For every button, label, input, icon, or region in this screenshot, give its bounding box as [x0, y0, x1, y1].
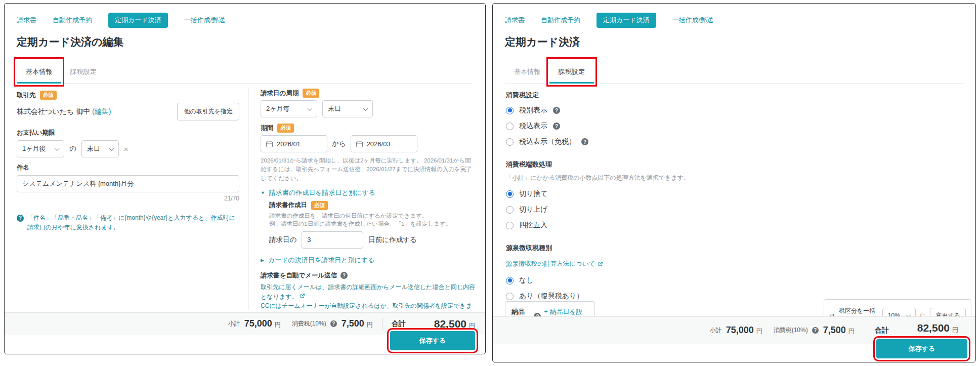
nav-invoices[interactable]: 請求書	[505, 16, 525, 25]
totals-divider	[382, 317, 382, 331]
page-title: 定期カード決済の編集	[17, 35, 123, 49]
radio-round-up[interactable]: 切り上げ	[506, 205, 820, 214]
subtotal-value: 75,000	[726, 325, 754, 336]
section-rounding: 消費税端数処理 「小計」にかかる消費税の小数点以下の処理方法を選択できます。 切…	[506, 160, 820, 230]
save-button[interactable]: 保存する	[876, 339, 967, 358]
client-edit-link[interactable]: (編集)	[92, 107, 111, 115]
creation-date-block: 請求書作成日 必須 請求書の作成日を、請求日の何日前にするか設定できます。 例：…	[269, 201, 475, 249]
radio-round-down[interactable]: 切り捨て	[506, 189, 820, 198]
other-client-button[interactable]: 他の取引先を指定	[177, 103, 239, 120]
chevron-down-icon	[109, 146, 114, 151]
yen-unit: 円	[469, 321, 475, 330]
client-row: 株式会社ついたち 御中 (編集) 他の取引先を指定	[17, 103, 239, 120]
cycle-interval-select[interactable]: 2ヶ月毎	[261, 100, 317, 117]
radio-tax-excluded[interactable]: 税別表示 ?	[506, 106, 820, 115]
nav-bulk-mail[interactable]: 一括作成/郵送	[672, 16, 714, 25]
cycle-day-select[interactable]: 末日	[322, 100, 373, 117]
days-before-value: 3	[307, 236, 311, 243]
external-link-icon[interactable]	[300, 293, 305, 299]
nav-auto-create[interactable]: 自動作成予約	[53, 16, 92, 25]
radio-icon[interactable]	[506, 277, 514, 284]
period-to-value: 2026/03	[367, 140, 391, 148]
chevron-down-icon	[363, 106, 368, 111]
page-title: 定期カード決済	[505, 35, 580, 49]
tab-basic-info[interactable]: 基本情報	[17, 60, 61, 84]
tab-tax-settings[interactable]: 課税設定	[61, 60, 106, 83]
expand-icon: ▶	[261, 258, 264, 263]
subject-label: 件名	[17, 164, 239, 172]
creation-date-toggle[interactable]: ▼ 請求書の作成日を請求日と別にする	[261, 188, 475, 197]
radio-label: 税別表示	[519, 106, 547, 115]
client-label: 取引先 必須	[17, 91, 239, 100]
due-day-value: 末日	[87, 144, 100, 153]
nav-bulk-mail[interactable]: 一括作成/郵送	[184, 16, 226, 25]
due-day-select[interactable]: 末日	[81, 140, 119, 157]
radio-icon[interactable]	[506, 123, 514, 130]
close-icon[interactable]: ×	[124, 145, 129, 153]
cycle-day-value: 末日	[328, 104, 341, 113]
radio-icon[interactable]	[506, 206, 514, 214]
nav-recurring-card[interactable]: 定期カード決済	[108, 13, 168, 28]
placeholder-hint-text: 「件名」「品番・品名」「備考」に{month}や{year}と入力すると、作成時…	[27, 213, 239, 232]
radio-icon[interactable]	[506, 138, 514, 146]
chevron-down-icon	[55, 146, 60, 151]
creation-date-toggle-label: 請求書の作成日を請求日と別にする	[269, 188, 375, 197]
auto-mail-label: 請求書を自動でメール送信 ?	[261, 271, 475, 280]
sub-tabs: 基本情報 課税設定	[505, 60, 963, 84]
nav-auto-create[interactable]: 自動作成予約	[541, 16, 580, 25]
radio-label: 四捨五入	[519, 221, 547, 230]
radio-label: あり（復興税あり）	[519, 292, 583, 301]
radio-icon[interactable]	[506, 190, 514, 198]
radio-tax-included[interactable]: 税込表示 ?	[506, 121, 820, 131]
cycle-interval-value: 2ヶ月毎	[266, 104, 290, 113]
top-nav: 請求書 自動作成予約 定期カード決済 一括作成/郵送	[17, 13, 225, 28]
radio-icon[interactable]	[506, 222, 514, 229]
radio-round-half[interactable]: 四捨五入	[506, 221, 820, 230]
radio-withholding-with-surtax[interactable]: あり（復興税あり）	[506, 292, 820, 301]
client-name-text: 株式会社ついたち 御中	[17, 107, 90, 115]
radio-withholding-none[interactable]: なし	[506, 276, 820, 285]
card-date-toggle[interactable]: ▶ カードの決済日を請求日と別にする	[261, 256, 475, 265]
required-badge: 必須	[311, 201, 328, 210]
subtotal-label: 小計	[710, 326, 722, 335]
tab-basic-info[interactable]: 基本情報	[505, 60, 549, 83]
creation-date-label-text: 請求書作成日	[269, 201, 307, 210]
nav-invoices[interactable]: 請求書	[17, 16, 36, 25]
cycle-label-text: 請求日の周期	[261, 89, 299, 98]
save-button[interactable]: 保存する	[390, 331, 475, 350]
due-particle: の	[69, 144, 76, 153]
yen-unit: 円	[367, 320, 373, 329]
days-before-suffix: 日前に作成する	[368, 235, 416, 245]
radio-label: 切り捨て	[519, 189, 548, 198]
yen-unit: 円	[756, 327, 762, 336]
due-row: 1ヶ月後 の 末日 ×	[17, 140, 239, 157]
section-note: 「小計」にかかる消費税の小数点以下の処理方法を選択できます。	[506, 174, 820, 182]
radio-label: なし	[519, 276, 534, 285]
creation-date-desc2: 例：請求日の1日前に請求書を作成したい場合、「1」を設定します。	[269, 221, 452, 227]
days-before-row: 請求日の 3 日前に作成する	[269, 231, 475, 249]
due-interval-select[interactable]: 1ヶ月後	[17, 140, 64, 157]
period-to-input[interactable]: 2026/03	[351, 135, 417, 152]
subject-input[interactable]: システムメンテナンス料 {month}月分	[17, 175, 239, 192]
radio-tax-exempt[interactable]: 税込表示（免税） ?	[506, 137, 820, 146]
withholding-help-link[interactable]: 源泉徴収税の計算方法について	[506, 260, 603, 268]
tab-tax-settings[interactable]: 課税設定	[549, 60, 594, 84]
radio-label: 税込表示（免税）	[519, 137, 576, 146]
total-value: 82,500	[917, 322, 950, 334]
question-icon: ?	[330, 320, 337, 327]
period-from-input[interactable]: 2026/01	[261, 135, 327, 152]
radio-icon[interactable]	[506, 107, 514, 114]
subtotal-value: 75,000	[244, 318, 272, 329]
radio-icon[interactable]	[506, 293, 514, 300]
period-note: 2026/01/31から請求を開始し、以後は2ヶ月毎に実行します。 2026/0…	[261, 156, 475, 183]
subtotal-label: 小計	[228, 319, 240, 328]
summary-footer: 小計 75,000円 消費税(10%) ? 7,500円 合計 82,500円 …	[5, 312, 485, 354]
yen-unit: 円	[952, 326, 958, 334]
days-before-input[interactable]: 3	[302, 231, 363, 249]
tax-label: 消費税(10%)	[774, 326, 808, 335]
question-icon: ?	[581, 138, 588, 145]
section-heading: 源泉徴収税種別	[506, 243, 820, 253]
due-interval-value: 1ヶ月後	[22, 144, 46, 153]
nav-recurring-card[interactable]: 定期カード決済	[596, 13, 656, 28]
required-badge: 必須	[40, 91, 57, 100]
